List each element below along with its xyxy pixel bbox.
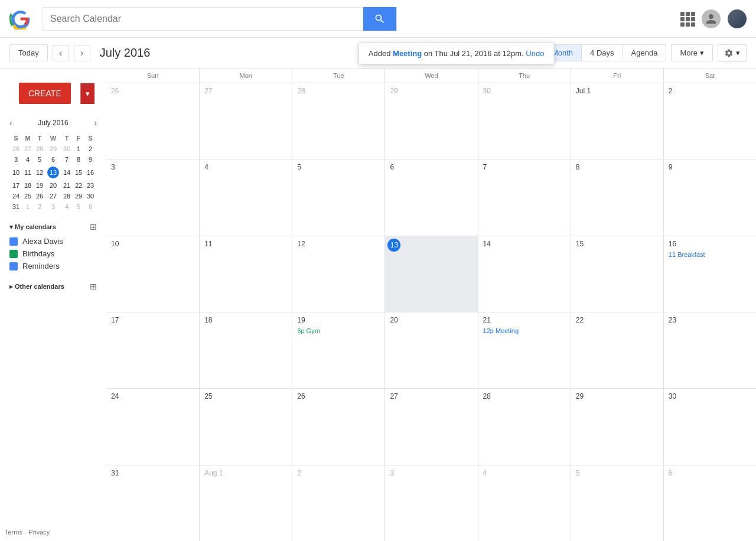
mini-cal-day[interactable]: 21: [61, 181, 72, 190]
calendar-cell[interactable]: 4: [199, 159, 292, 235]
calendar-cell[interactable]: 2: [663, 83, 756, 159]
calendar-cell[interactable]: 3: [106, 159, 199, 235]
calendar-event[interactable]: 12p Meeting: [481, 327, 568, 335]
mini-cal-day[interactable]: 10: [11, 165, 21, 180]
terms-link[interactable]: Terms: [5, 529, 22, 536]
calendar-cell[interactable]: 27: [199, 83, 292, 159]
mini-cal-day[interactable]: 22: [73, 181, 84, 190]
create-dropdown-button[interactable]: ▾: [80, 83, 94, 104]
mini-cal-day[interactable]: 5: [34, 155, 45, 164]
account-icon[interactable]: [702, 9, 721, 28]
calendar-cell[interactable]: 15: [571, 236, 663, 312]
mini-cal-day[interactable]: 24: [11, 191, 21, 201]
mini-cal-day[interactable]: 29: [46, 144, 60, 154]
view-agenda-button[interactable]: Agenda: [623, 44, 667, 61]
calendar-birthdays[interactable]: Birthdays: [9, 247, 97, 260]
calendar-cell[interactable]: 3: [384, 465, 477, 541]
mini-cal-day[interactable]: 3: [46, 202, 60, 211]
calendar-cell[interactable]: 20: [384, 312, 477, 388]
mini-cal-day[interactable]: 28: [34, 144, 45, 154]
mini-cal-day[interactable]: 15: [73, 165, 84, 180]
settings-button[interactable]: ▾: [718, 44, 747, 62]
mini-cal-day[interactable]: 3: [11, 155, 21, 164]
calendar-cell[interactable]: 29: [384, 83, 477, 159]
create-button[interactable]: CREATE: [19, 83, 71, 104]
mini-cal-day[interactable]: 28: [61, 191, 72, 201]
mini-cal-day[interactable]: 1: [73, 144, 84, 154]
calendar-cell[interactable]: 23: [663, 312, 756, 388]
search-input[interactable]: [43, 14, 363, 24]
calendar-cell[interactable]: 11: [199, 236, 292, 312]
calendar-cell[interactable]: 17: [106, 312, 199, 388]
calendar-cell[interactable]: 7: [478, 159, 571, 235]
calendar-event[interactable]: 11 Breakfast: [666, 250, 754, 259]
calendar-cell[interactable]: 28: [478, 389, 571, 464]
calendar-cell[interactable]: 30: [663, 389, 756, 464]
more-views-button[interactable]: More ▾: [671, 44, 713, 61]
mini-cal-day[interactable]: 4: [22, 155, 33, 164]
calendar-cell[interactable]: 14: [478, 236, 571, 312]
mini-cal-day[interactable]: 11: [22, 165, 33, 180]
mini-cal-day[interactable]: 1: [22, 202, 33, 211]
mini-cal-day[interactable]: 27: [22, 144, 33, 154]
calendar-cell[interactable]: 9: [663, 159, 756, 235]
privacy-link[interactable]: Privacy: [28, 529, 50, 536]
mini-cal-day[interactable]: 31: [11, 202, 21, 211]
calendar-cell[interactable]: 2112p Meeting: [478, 312, 571, 388]
calendar-event[interactable]: 6p Gym: [295, 327, 382, 335]
other-calendars-options-icon[interactable]: ⊞: [90, 282, 97, 291]
calendar-cell[interactable]: 196p Gym: [292, 312, 384, 388]
calendar-cell[interactable]: 2: [292, 465, 384, 541]
mini-cal-day[interactable]: 23: [85, 181, 96, 190]
mini-cal-day[interactable]: 26: [11, 144, 21, 154]
calendar-cell[interactable]: 25: [199, 389, 292, 464]
mini-cal-day[interactable]: 8: [73, 155, 84, 164]
mini-cal-day[interactable]: 9: [85, 155, 96, 164]
mini-cal-day[interactable]: 25: [22, 191, 33, 201]
calendar-cell[interactable]: Aug 1: [199, 465, 292, 541]
mini-cal-day[interactable]: 6: [85, 202, 96, 211]
mini-cal-prev[interactable]: ‹: [9, 118, 12, 128]
calendar-cell[interactable]: 24: [106, 389, 199, 464]
mini-cal-day[interactable]: 4: [61, 202, 72, 211]
my-calendars-options-icon[interactable]: ⊞: [90, 222, 97, 232]
mini-cal-day[interactable]: 18: [22, 181, 33, 190]
mini-cal-day[interactable]: 5: [73, 202, 84, 211]
mini-cal-day[interactable]: 13: [46, 165, 60, 180]
mini-cal-day[interactable]: 14: [61, 165, 72, 180]
calendar-cell[interactable]: 1611 Breakfast: [663, 236, 756, 312]
mini-cal-day[interactable]: 16: [85, 165, 96, 180]
my-calendars-header[interactable]: ▾ My calendars ⊞: [9, 222, 97, 232]
calendar-cell[interactable]: 29: [571, 389, 663, 464]
search-button[interactable]: [363, 7, 396, 31]
calendar-cell[interactable]: 6: [663, 465, 756, 541]
calendar-cell[interactable]: 22: [571, 312, 663, 388]
mini-cal-day[interactable]: 19: [34, 181, 45, 190]
prev-button[interactable]: ‹: [53, 45, 69, 61]
mini-cal-day[interactable]: 6: [46, 155, 60, 164]
today-button[interactable]: Today: [9, 44, 48, 61]
mini-cal-day[interactable]: 2: [34, 202, 45, 211]
calendar-cell[interactable]: Jul 1: [571, 83, 663, 159]
calendar-cell[interactable]: 5: [292, 159, 384, 235]
calendar-alexa-davis[interactable]: Alexa Davis: [9, 235, 97, 247]
mini-cal-day[interactable]: 26: [34, 191, 45, 201]
mini-cal-day[interactable]: 27: [46, 191, 60, 201]
calendar-reminders[interactable]: Reminders: [9, 260, 97, 272]
avatar[interactable]: [728, 9, 747, 28]
view-4days-button[interactable]: 4 Days: [581, 44, 622, 61]
apps-icon[interactable]: [680, 12, 695, 26]
calendar-cell[interactable]: 26: [292, 389, 384, 464]
calendar-cell[interactable]: 12: [292, 236, 384, 312]
other-calendars-header[interactable]: ▸ Other calendars ⊞: [9, 282, 97, 291]
mini-cal-day[interactable]: 30: [85, 191, 96, 201]
mini-cal-next[interactable]: ›: [94, 118, 97, 128]
calendar-cell[interactable]: 27: [384, 389, 477, 464]
toast-meeting-link[interactable]: Meeting: [393, 49, 422, 58]
undo-link[interactable]: Undo: [526, 49, 544, 58]
calendar-cell[interactable]: 6: [384, 159, 477, 235]
calendar-cell[interactable]: 10: [106, 236, 199, 312]
calendar-cell[interactable]: 28: [292, 83, 384, 159]
next-button[interactable]: ›: [74, 45, 90, 61]
calendar-cell[interactable]: 31: [106, 465, 199, 541]
